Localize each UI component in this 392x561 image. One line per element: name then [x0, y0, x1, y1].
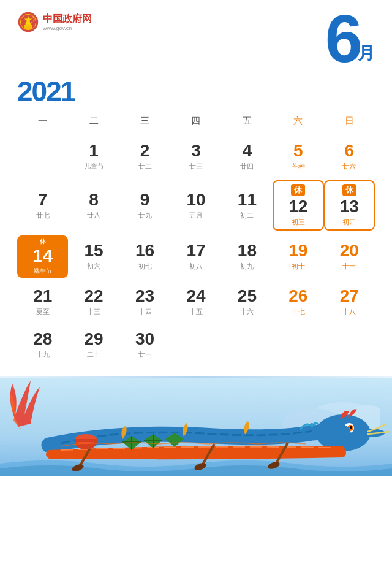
day-12: 休 12 初三 — [273, 180, 323, 231]
day-11: 11 初二 — [222, 180, 273, 231]
day-10: 10 五月 — [170, 180, 221, 231]
day-number-11: 11 — [238, 191, 257, 210]
day-28: 28 十九 — [17, 326, 68, 364]
weekday-fri: 五 — [222, 115, 273, 127]
gov-emblem — [17, 11, 39, 33]
day-22: 22 十三 — [68, 283, 119, 321]
weekday-sat: 六 — [273, 115, 323, 127]
day-9: 9 廿九 — [119, 180, 170, 231]
day-number-27: 27 — [340, 287, 359, 306]
weekday-mon: 一 — [17, 115, 68, 127]
day-number-19: 19 — [288, 242, 307, 261]
day-sub-18: 初九 — [240, 262, 254, 271]
weekday-header: 一 二 三 四 五 六 日 — [17, 115, 375, 132]
day-sub-30: 廿一 — [138, 350, 152, 359]
weekday-thu: 四 — [170, 115, 221, 127]
day-sub-16: 初七 — [138, 262, 152, 271]
day-number-8: 8 — [89, 191, 99, 210]
calendar-section: 中国政府网 www.gov.cn 6 月 2021 一 二 三 四 五 六 日 … — [0, 0, 392, 376]
day-sub-7: 廿七 — [36, 211, 50, 220]
day-number-26: 26 — [288, 287, 307, 306]
day-14: 休 14 端午节 — [17, 235, 68, 278]
header-right: 6 月 — [325, 11, 375, 72]
day-sub-5: 芒种 — [292, 162, 305, 171]
day-number-23: 23 — [135, 287, 154, 306]
header-row: 中国政府网 www.gov.cn 6 月 — [17, 11, 375, 72]
year-row: 2021 — [17, 75, 375, 108]
day-sub-23: 十四 — [138, 307, 152, 316]
day-sub-22: 十三 — [87, 307, 100, 316]
logo-area: 中国政府网 www.gov.cn — [17, 11, 92, 33]
day-number-9: 9 — [140, 191, 150, 210]
day-20: 20 十一 — [324, 235, 375, 278]
day-sub-27: 十八 — [342, 307, 356, 316]
day-sub-20: 十一 — [342, 262, 356, 271]
day-26: 26 十七 — [273, 283, 323, 321]
weekday-tue: 二 — [68, 115, 119, 127]
day-17: 17 初八 — [170, 235, 221, 278]
day-number-12: 12 — [288, 197, 307, 216]
day-sub-25: 十六 — [240, 307, 254, 316]
day-16: 16 初七 — [119, 235, 170, 278]
day-number-3: 3 — [191, 142, 201, 161]
day-sub-21: 夏至 — [36, 307, 50, 316]
day-number-13: 13 — [340, 197, 359, 216]
day-8: 8 廿八 — [68, 180, 119, 231]
day-number-2: 2 — [140, 142, 150, 161]
day-sub-24: 十五 — [189, 307, 203, 316]
day-sub-8: 廿八 — [87, 211, 100, 220]
day-sub-4: 廿四 — [240, 162, 254, 171]
day-sub-15: 初六 — [87, 262, 100, 271]
logo-url: www.gov.cn — [43, 25, 92, 31]
day-sub-3: 廿三 — [189, 162, 203, 171]
day-7: 7 廿七 — [17, 180, 68, 231]
day-number-28: 28 — [33, 330, 52, 349]
day-number-25: 25 — [238, 287, 257, 306]
day-number-20: 20 — [340, 242, 359, 261]
day-number-6: 6 — [344, 142, 354, 161]
day-number-10: 10 — [186, 191, 205, 210]
day-number-30: 30 — [135, 330, 154, 349]
day-number-4: 4 — [243, 142, 252, 161]
month-yue: 月 — [358, 42, 375, 65]
xiu-badge-13: 休 — [342, 184, 356, 196]
day-3: 3 廿三 — [170, 137, 221, 175]
day-2: 2 廿二 — [119, 137, 170, 175]
day-number-29: 29 — [85, 330, 104, 349]
day-29: 29 二十 — [68, 326, 119, 364]
logo-text-area: 中国政府网 www.gov.cn — [43, 13, 92, 31]
xiu-badge-12: 休 — [291, 184, 305, 196]
day-sub-29: 二十 — [87, 350, 100, 359]
day-sub-12: 初三 — [292, 218, 305, 227]
year-text: 2021 — [17, 75, 75, 108]
day-21: 21 夏至 — [17, 283, 68, 321]
day-number-16: 16 — [135, 242, 154, 261]
day-number-17: 17 — [186, 242, 205, 261]
weekday-wed: 三 — [119, 115, 170, 127]
day-23: 23 十四 — [119, 283, 170, 321]
logo-title: 中国政府网 — [43, 13, 92, 25]
day-19: 19 初十 — [273, 235, 323, 278]
day-sub-9: 廿九 — [138, 211, 152, 220]
day-1: 1 儿童节 — [68, 137, 119, 175]
month-number: 6 — [325, 5, 363, 72]
day-sub-2: 廿二 — [138, 162, 152, 171]
day-number-1: 1 — [89, 142, 99, 161]
day-sub-28: 十九 — [36, 350, 50, 359]
day-27: 27 十八 — [324, 283, 375, 321]
day-sub-14: 端午节 — [34, 267, 52, 275]
svg-rect-33 — [75, 439, 97, 442]
day-number-5: 5 — [293, 142, 303, 161]
day-number-15: 15 — [85, 242, 104, 261]
day-13: 休 13 初四 — [324, 180, 375, 231]
day-sub-13: 初四 — [342, 218, 356, 227]
day-number-22: 22 — [85, 287, 104, 306]
day-sub-10: 五月 — [189, 211, 203, 220]
day-30: 30 廿一 — [119, 326, 170, 364]
day-number-7: 7 — [38, 191, 48, 210]
day-sub-17: 初八 — [189, 262, 203, 271]
xiu-label-14: 休 — [40, 238, 46, 245]
day-sub-1: 儿童节 — [84, 162, 104, 171]
day-sub-11: 初二 — [240, 211, 254, 220]
day-4: 4 廿四 — [222, 137, 273, 175]
